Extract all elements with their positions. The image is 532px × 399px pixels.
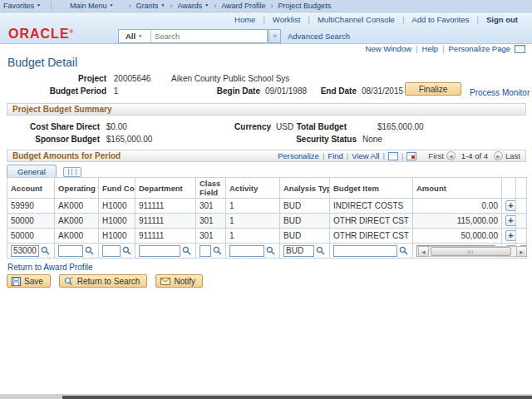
app-header: ORACLE® Home | Worklist | MultiChannel C… xyxy=(0,12,532,44)
scroll-left-icon[interactable]: ◀ xyxy=(418,246,429,257)
breadcrumb-separator: › xyxy=(271,2,273,10)
global-search: All▼ » Advanced Search xyxy=(118,29,350,43)
save-button[interactable]: Save xyxy=(7,274,51,288)
cell-fund-code: H1000 xyxy=(99,214,135,229)
cell-class-field-edit xyxy=(196,244,226,259)
cell-remove xyxy=(516,214,527,229)
new-window-link[interactable]: New Window xyxy=(366,44,411,53)
cell-activity-edit xyxy=(226,244,280,259)
advanced-search-link[interactable]: Advanced Search xyxy=(288,32,350,41)
breadcrumb-separator: › xyxy=(128,2,131,10)
personalize-link[interactable]: Personalize xyxy=(278,151,319,160)
department-lookup-icon[interactable] xyxy=(182,246,191,255)
process-monitor-link[interactable]: Process Monitor xyxy=(470,88,530,97)
class-field-lookup-icon[interactable] xyxy=(213,246,222,255)
add-row-button[interactable]: + xyxy=(505,215,516,226)
search-go-button[interactable]: » xyxy=(268,29,281,43)
begin-date-value: 09/01/1988 xyxy=(265,86,307,96)
add-row-button[interactable]: + xyxy=(505,200,516,211)
personalize-page-link[interactable]: Personalize Page xyxy=(449,44,510,53)
col-remove xyxy=(516,178,527,199)
cell-add: + xyxy=(502,199,516,214)
cell-budget-item: OTHR DIRECT CST xyxy=(330,214,413,229)
search-scope-dropdown[interactable]: All▼ xyxy=(119,32,145,41)
pager-last-label[interactable]: Last xyxy=(505,151,520,160)
scroll-right-icon[interactable]: ▶ xyxy=(516,246,527,257)
cell-account: 50000 xyxy=(7,229,55,244)
find-link[interactable]: Find xyxy=(328,151,342,160)
next-page-icon[interactable]: ▶ xyxy=(494,151,503,160)
finalize-button[interactable]: Finalize xyxy=(405,82,461,96)
window-grid-icon[interactable] xyxy=(515,45,525,53)
divider: | xyxy=(308,15,309,24)
summary-section-title: Project Budget Summary xyxy=(12,105,111,114)
favorites-menu[interactable]: Favorites▼ xyxy=(3,2,41,10)
divider: | xyxy=(323,151,324,160)
fund-code-lookup-icon[interactable] xyxy=(122,246,131,255)
cell-department: 911111 xyxy=(135,229,196,244)
table-row: 59990 AK000 H1000 911111 301 1 BUD INDIR… xyxy=(7,199,527,214)
main-menu[interactable]: Main Menu▼ xyxy=(70,2,113,10)
breadcrumb-awards[interactable]: Awards▼ xyxy=(177,2,209,10)
home-link[interactable]: Home xyxy=(234,15,255,24)
activity-input[interactable] xyxy=(229,245,264,257)
return-to-award-profile-link[interactable]: Return to Award Profile xyxy=(7,263,93,272)
save-label: Save xyxy=(24,277,43,286)
col-amount: Amount xyxy=(413,178,502,199)
pager-first-label[interactable]: First xyxy=(428,151,443,160)
tab-general[interactable]: General xyxy=(7,165,57,177)
account-lookup-icon[interactable] xyxy=(41,246,50,255)
activity-lookup-icon[interactable] xyxy=(266,246,275,255)
divider: | xyxy=(401,151,403,160)
view-all-link[interactable]: View All xyxy=(352,151,379,160)
summary-section-header: Project Budget Summary xyxy=(7,103,526,116)
download-icon[interactable] xyxy=(388,152,398,160)
add-to-favorites-link[interactable]: Add to Favorites xyxy=(411,15,469,24)
budget-item-input[interactable] xyxy=(333,245,397,257)
cell-operating-unit: AK000 xyxy=(55,199,99,214)
budget-period-value: 1 xyxy=(114,86,119,96)
multichannel-console-link[interactable]: MultiChannel Console xyxy=(318,15,395,24)
budget-item-lookup-icon[interactable] xyxy=(399,246,408,255)
return-to-search-button[interactable]: Return to Search xyxy=(59,274,148,288)
fund-code-input[interactable] xyxy=(102,245,121,257)
scrollbar-track[interactable]: ||| xyxy=(429,246,516,257)
search-input[interactable] xyxy=(155,32,267,41)
cost-share-label: Cost Share Direct xyxy=(0,122,100,131)
budget-detail-page: Favorites▼ Main Menu▼ › Grants▼ › Awards… xyxy=(0,0,532,399)
class-field-input[interactable] xyxy=(200,245,211,257)
project-label: Project xyxy=(0,74,106,83)
cell-account: 59990 xyxy=(7,199,55,214)
cell-class-field: 301 xyxy=(196,229,226,244)
show-all-columns-icon[interactable] xyxy=(63,167,81,177)
operating-unit-input[interactable] xyxy=(58,245,83,257)
cell-fund-code: H1000 xyxy=(99,199,135,214)
analysis-type-input[interactable] xyxy=(283,245,314,257)
col-activity: Activity xyxy=(226,178,280,199)
col-account: Account xyxy=(7,178,55,199)
breadcrumb-project-budgets[interactable]: Project Budgets xyxy=(278,2,332,10)
cell-operating-unit: AK000 xyxy=(55,229,99,244)
col-budget-item: Budget Item xyxy=(330,178,413,199)
col-fund-code: Fund Code xyxy=(99,178,135,199)
zoom-grid-icon[interactable] xyxy=(406,152,416,160)
cell-activity: 1 xyxy=(226,214,280,229)
grid-tabs: General xyxy=(7,165,81,177)
help-link[interactable]: Help xyxy=(422,44,439,53)
breadcrumb-award-profile[interactable]: Award Profile xyxy=(221,2,265,10)
previous-page-icon[interactable]: ◀ xyxy=(446,151,456,160)
account-input[interactable] xyxy=(11,245,39,257)
worklist-link[interactable]: Worklist xyxy=(273,15,301,24)
department-input[interactable] xyxy=(139,245,180,257)
sign-out-link[interactable]: Sign out xyxy=(486,15,518,24)
envelope-icon xyxy=(160,278,170,285)
notify-button[interactable]: Notify xyxy=(155,274,203,288)
operating-unit-lookup-icon[interactable] xyxy=(85,246,94,255)
analysis-type-lookup-icon[interactable] xyxy=(316,246,325,255)
scrollbar-thumb[interactable]: ||| xyxy=(431,247,511,256)
add-row-button[interactable]: + xyxy=(505,230,516,241)
cell-remove xyxy=(516,229,527,244)
cell-activity: 1 xyxy=(226,229,280,244)
grid-horizontal-scrollbar[interactable]: ◀ ||| ▶ xyxy=(418,246,527,257)
breadcrumb-grants[interactable]: Grants▼ xyxy=(135,2,165,10)
